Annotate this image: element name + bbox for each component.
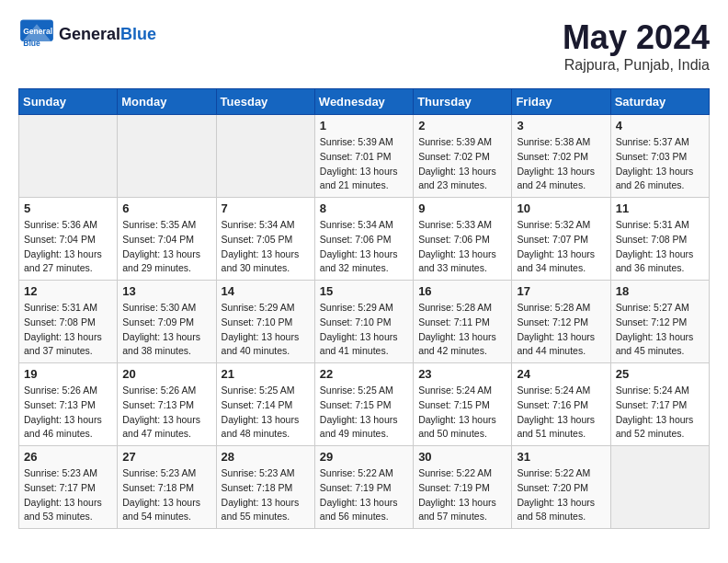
day-number: 7 — [222, 201, 310, 215]
day-info: Sunrise: 5:22 AMSunset: 7:19 PMDaylight:… — [418, 466, 506, 524]
day-info: Sunrise: 5:27 AMSunset: 7:12 PMDaylight:… — [616, 301, 704, 359]
day-number: 8 — [320, 201, 408, 215]
day-number: 25 — [616, 367, 704, 381]
day-number: 24 — [517, 367, 605, 381]
calendar-cell: 25 Sunrise: 5:24 AMSunset: 7:17 PMDaylig… — [610, 363, 709, 446]
calendar-cell: 23 Sunrise: 5:24 AMSunset: 7:15 PMDaylig… — [414, 363, 512, 446]
day-number: 16 — [418, 284, 506, 298]
day-info: Sunrise: 5:30 AMSunset: 7:09 PMDaylight:… — [122, 301, 210, 359]
day-number: 28 — [222, 450, 310, 464]
weekday-header: Saturday — [610, 89, 709, 115]
svg-text:General: General — [23, 27, 52, 36]
logo-blue: Blue — [120, 25, 156, 43]
calendar-cell — [610, 446, 709, 529]
calendar-cell: 8 Sunrise: 5:34 AMSunset: 7:06 PMDayligh… — [314, 198, 413, 281]
day-info: Sunrise: 5:23 AMSunset: 7:18 PMDaylight:… — [222, 466, 310, 524]
svg-text:Blue: Blue — [23, 39, 40, 48]
day-number: 30 — [418, 450, 506, 464]
day-info: Sunrise: 5:35 AMSunset: 7:04 PMDaylight:… — [122, 218, 210, 276]
day-info: Sunrise: 5:22 AMSunset: 7:20 PMDaylight:… — [517, 466, 605, 524]
day-number: 2 — [418, 119, 506, 132]
day-info: Sunrise: 5:28 AMSunset: 7:12 PMDaylight:… — [517, 301, 605, 359]
location-subtitle: Rajpura, Punjab, India — [563, 57, 710, 74]
day-number: 10 — [517, 201, 605, 215]
calendar-cell: 4 Sunrise: 5:37 AMSunset: 7:03 PMDayligh… — [610, 115, 709, 198]
day-number: 13 — [122, 284, 210, 298]
day-info: Sunrise: 5:31 AMSunset: 7:08 PMDaylight:… — [616, 218, 704, 276]
calendar-table: SundayMondayTuesdayWednesdayThursdayFrid… — [18, 88, 710, 529]
calendar-cell: 29 Sunrise: 5:22 AMSunset: 7:19 PMDaylig… — [314, 446, 413, 529]
day-number: 31 — [517, 450, 605, 464]
calendar-cell: 13 Sunrise: 5:30 AMSunset: 7:09 PMDaylig… — [118, 281, 216, 363]
logo-general: General — [59, 25, 120, 43]
logo-icon: General Blue — [18, 18, 55, 51]
month-year-title: May 2024 — [563, 18, 710, 57]
day-info: Sunrise: 5:26 AMSunset: 7:13 PMDaylight:… — [24, 384, 112, 442]
calendar-cell: 11 Sunrise: 5:31 AMSunset: 7:08 PMDaylig… — [610, 198, 709, 281]
calendar-cell: 10 Sunrise: 5:32 AMSunset: 7:07 PMDaylig… — [512, 198, 610, 281]
day-info: Sunrise: 5:29 AMSunset: 7:10 PMDaylight:… — [320, 301, 408, 359]
calendar-week-row: 12 Sunrise: 5:31 AMSunset: 7:08 PMDaylig… — [19, 281, 710, 363]
day-info: Sunrise: 5:37 AMSunset: 7:03 PMDaylight:… — [616, 135, 704, 193]
day-info: Sunrise: 5:33 AMSunset: 7:06 PMDaylight:… — [418, 218, 506, 276]
page-header: General Blue GeneralBlue May 2024 Rajpur… — [18, 18, 710, 74]
logo: General Blue GeneralBlue — [18, 18, 156, 51]
day-number: 9 — [418, 201, 506, 215]
calendar-cell: 15 Sunrise: 5:29 AMSunset: 7:10 PMDaylig… — [314, 281, 413, 363]
day-info: Sunrise: 5:25 AMSunset: 7:14 PMDaylight:… — [222, 384, 310, 442]
day-info: Sunrise: 5:31 AMSunset: 7:08 PMDaylight:… — [24, 301, 112, 359]
day-info: Sunrise: 5:22 AMSunset: 7:19 PMDaylight:… — [320, 466, 408, 524]
day-info: Sunrise: 5:32 AMSunset: 7:07 PMDaylight:… — [517, 218, 605, 276]
calendar-cell: 30 Sunrise: 5:22 AMSunset: 7:19 PMDaylig… — [414, 446, 512, 529]
day-number: 21 — [222, 367, 310, 381]
calendar-cell — [19, 115, 118, 198]
calendar-cell: 2 Sunrise: 5:39 AMSunset: 7:02 PMDayligh… — [414, 115, 512, 198]
weekday-header: Wednesday — [314, 89, 413, 115]
calendar-cell — [118, 115, 216, 198]
weekday-header: Friday — [512, 89, 610, 115]
calendar-cell: 27 Sunrise: 5:23 AMSunset: 7:18 PMDaylig… — [118, 446, 216, 529]
calendar-cell: 12 Sunrise: 5:31 AMSunset: 7:08 PMDaylig… — [19, 281, 118, 363]
day-info: Sunrise: 5:34 AMSunset: 7:06 PMDaylight:… — [320, 218, 408, 276]
calendar-week-row: 26 Sunrise: 5:23 AMSunset: 7:17 PMDaylig… — [19, 446, 710, 529]
weekday-header: Thursday — [414, 89, 512, 115]
day-number: 29 — [320, 450, 408, 464]
day-number: 4 — [616, 119, 704, 132]
calendar-week-row: 19 Sunrise: 5:26 AMSunset: 7:13 PMDaylig… — [19, 363, 710, 446]
calendar-cell: 5 Sunrise: 5:36 AMSunset: 7:04 PMDayligh… — [19, 198, 118, 281]
calendar-cell: 19 Sunrise: 5:26 AMSunset: 7:13 PMDaylig… — [19, 363, 118, 446]
day-info: Sunrise: 5:34 AMSunset: 7:05 PMDaylight:… — [222, 218, 310, 276]
calendar-cell: 3 Sunrise: 5:38 AMSunset: 7:02 PMDayligh… — [512, 115, 610, 198]
day-info: Sunrise: 5:29 AMSunset: 7:10 PMDaylight:… — [222, 301, 310, 359]
day-info: Sunrise: 5:24 AMSunset: 7:15 PMDaylight:… — [418, 384, 506, 442]
calendar-cell: 14 Sunrise: 5:29 AMSunset: 7:10 PMDaylig… — [216, 281, 314, 363]
calendar-cell: 16 Sunrise: 5:28 AMSunset: 7:11 PMDaylig… — [414, 281, 512, 363]
day-number: 3 — [517, 119, 605, 132]
day-number: 18 — [616, 284, 704, 298]
weekday-header-row: SundayMondayTuesdayWednesdayThursdayFrid… — [19, 89, 710, 115]
calendar-cell: 1 Sunrise: 5:39 AMSunset: 7:01 PMDayligh… — [314, 115, 413, 198]
calendar-cell: 9 Sunrise: 5:33 AMSunset: 7:06 PMDayligh… — [414, 198, 512, 281]
calendar-cell: 18 Sunrise: 5:27 AMSunset: 7:12 PMDaylig… — [610, 281, 709, 363]
day-info: Sunrise: 5:28 AMSunset: 7:11 PMDaylight:… — [418, 301, 506, 359]
weekday-header: Tuesday — [216, 89, 314, 115]
day-number: 1 — [320, 119, 408, 132]
day-number: 12 — [24, 284, 112, 298]
calendar-cell: 28 Sunrise: 5:23 AMSunset: 7:18 PMDaylig… — [216, 446, 314, 529]
calendar-cell: 17 Sunrise: 5:28 AMSunset: 7:12 PMDaylig… — [512, 281, 610, 363]
calendar-week-row: 1 Sunrise: 5:39 AMSunset: 7:01 PMDayligh… — [19, 115, 710, 198]
day-number: 17 — [517, 284, 605, 298]
day-info: Sunrise: 5:39 AMSunset: 7:01 PMDaylight:… — [320, 135, 408, 193]
day-info: Sunrise: 5:39 AMSunset: 7:02 PMDaylight:… — [418, 135, 506, 193]
day-info: Sunrise: 5:26 AMSunset: 7:13 PMDaylight:… — [122, 384, 210, 442]
calendar-week-row: 5 Sunrise: 5:36 AMSunset: 7:04 PMDayligh… — [19, 198, 710, 281]
calendar-cell: 21 Sunrise: 5:25 AMSunset: 7:14 PMDaylig… — [216, 363, 314, 446]
day-info: Sunrise: 5:38 AMSunset: 7:02 PMDaylight:… — [517, 135, 605, 193]
calendar-cell: 22 Sunrise: 5:25 AMSunset: 7:15 PMDaylig… — [314, 363, 413, 446]
day-number: 15 — [320, 284, 408, 298]
calendar-cell — [216, 115, 314, 198]
day-number: 19 — [24, 367, 112, 381]
calendar-cell: 7 Sunrise: 5:34 AMSunset: 7:05 PMDayligh… — [216, 198, 314, 281]
day-number: 22 — [320, 367, 408, 381]
day-info: Sunrise: 5:24 AMSunset: 7:16 PMDaylight:… — [517, 384, 605, 442]
